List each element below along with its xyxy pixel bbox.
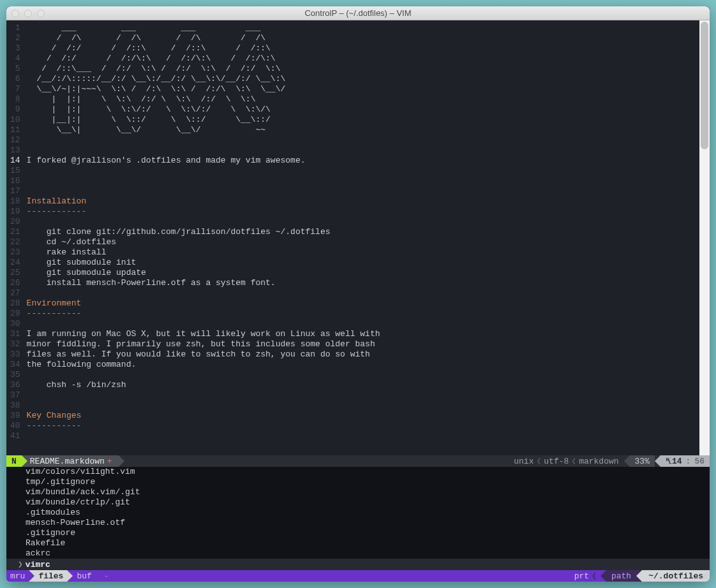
buffer-line[interactable]: git clone git://github.com/jrallison/dot… <box>27 227 380 237</box>
line-number: 13 <box>10 145 20 156</box>
resize-corner-icon[interactable] <box>700 572 708 580</box>
filename-segment: README.markdown + <box>27 455 119 467</box>
buffer-line[interactable]: git submodule update <box>27 268 380 278</box>
buffer-line[interactable] <box>27 176 380 186</box>
ctrlp-result-selected[interactable]: ❯ vimrc <box>6 559 710 570</box>
line-number: 9 <box>10 105 20 115</box>
buffer-line[interactable]: | |:| \ \:\/:/ \ \:\/:/ \ \:\/\ <box>27 105 380 115</box>
chevron-right-icon <box>96 570 101 582</box>
line-number: 4 <box>10 54 20 64</box>
buffer-line[interactable]: Key Changes <box>27 411 380 421</box>
line-number: 41 <box>10 431 20 441</box>
buffer-line[interactable] <box>27 370 380 380</box>
line-number: 5 <box>10 64 20 74</box>
line-number: 15 <box>10 166 20 176</box>
line-number: 39 <box>10 411 20 421</box>
buffer-line[interactable]: ___ ___ ___ ___ <box>27 23 380 33</box>
chevron-right-icon <box>22 455 27 467</box>
buffer-line[interactable]: \__\| \__\/ \__\/ ~~ <box>27 125 380 135</box>
modified-indicator: + <box>107 457 112 466</box>
percent-segment: 33% <box>630 455 655 467</box>
buffer-line[interactable]: files as well. If you would like to swit… <box>27 349 380 360</box>
vim-window: ControlP – (~/.dotfiles) – VIM 123456789… <box>6 6 710 582</box>
lineno-icon: ␤ <box>666 457 672 466</box>
buffer-line[interactable] <box>27 145 380 156</box>
buffer-line[interactable]: install mensch-Powerline.otf as a system… <box>27 278 380 288</box>
buffer-line[interactable] <box>27 217 380 227</box>
buffer-line[interactable]: / /\ / /\ / /\ / /\ <box>27 33 380 43</box>
ctrlp-result[interactable]: tmp/.gitignore <box>6 477 710 487</box>
line-number: 14 <box>672 457 682 466</box>
buffer-line[interactable]: ----------- <box>27 421 380 431</box>
scrollbar-thumb[interactable] <box>701 22 708 149</box>
line-number: 19 <box>10 207 20 217</box>
chevron-right-icon <box>67 570 73 582</box>
line-number: 22 <box>10 237 20 247</box>
ctrlp-result[interactable]: .gitmodules <box>6 508 710 518</box>
ctrlp-files-mode[interactable]: files <box>34 570 67 582</box>
buffer-line[interactable]: / /:/ / /:/\:\ / /:/\:\ / /:/\:\ <box>27 54 380 64</box>
ctrlp-result[interactable]: mensch-Powerline.otf <box>6 518 710 528</box>
buffer-line[interactable] <box>27 166 380 176</box>
line-number: 38 <box>10 401 20 411</box>
buffer-line[interactable]: the following command. <box>27 360 380 370</box>
chevron-left-icon: ❮ <box>571 456 576 466</box>
titlebar[interactable]: ControlP – (~/.dotfiles) – VIM <box>6 6 710 20</box>
ctrlp-statusline: mru files buf - prt ❮ path ~/.dotfiles <box>6 570 710 582</box>
buffer-line[interactable] <box>27 431 380 441</box>
buffer-line[interactable]: chsh -s /bin/zsh <box>27 380 380 390</box>
ctrlp-result[interactable]: Rakefile <box>6 538 710 548</box>
ctrlp-mru-mode[interactable]: mru <box>6 570 29 582</box>
buffer-line[interactable]: Installation <box>27 196 380 207</box>
buffer-line[interactable]: I am running on Mac OS X, but it will li… <box>27 329 380 339</box>
line-number: 6 <box>10 74 20 84</box>
chevron-right-icon <box>29 570 34 582</box>
ctrlp-panel: vim/colors/vilight.vimtmp/.gitignorevim/… <box>6 467 710 570</box>
line-gutter: 1234567891011121314151617181920212223242… <box>6 20 23 455</box>
line-number: 14 <box>10 156 20 166</box>
filetype: markdown <box>579 457 618 466</box>
buffer-line[interactable] <box>27 401 380 411</box>
buffer-line[interactable]: |__|:| \ \::/ \ \::/ \__\::/ <box>27 115 380 125</box>
line-number: 3 <box>10 43 20 54</box>
buffer-line[interactable]: ------------ <box>27 207 380 217</box>
chevron-left-icon: ❮ <box>592 571 597 581</box>
buffer-line[interactable] <box>27 319 380 329</box>
line-number: 20 <box>10 217 20 227</box>
editor[interactable]: 1234567891011121314151617181920212223242… <box>6 20 699 455</box>
buffer-line[interactable]: / /::\___ / /:/ \:\ / /:/ \:\ / /:/ \:\ <box>27 64 380 74</box>
line-number: 17 <box>10 186 20 196</box>
ctrlp-result[interactable]: vim/bundle/ack.vim/.git <box>6 487 710 497</box>
buffer-line[interactable]: rake install <box>27 247 380 258</box>
ctrlp-result[interactable]: vim/bundle/ctrlp/.git <box>6 497 710 508</box>
window-title: ControlP – (~/.dotfiles) – VIM <box>6 8 710 18</box>
buffer-line[interactable]: / /:/ / /::\ / /::\ / /::\ <box>27 43 380 54</box>
buffer-line[interactable]: cd ~/.dotfiles <box>27 237 380 247</box>
buffer-line[interactable]: /__/:/\:::::/__/:/ \__\:/__/:/ \__\:\/__… <box>27 74 380 84</box>
ctrlp-buf-mode[interactable]: buf <box>73 570 95 582</box>
buffer-line[interactable]: | |:| \ \:\ /:/ \ \:\ /:/ \ \:\ <box>27 94 380 105</box>
ctrlp-result[interactable]: vim/colors/vilight.vim <box>6 467 710 477</box>
line-number: 40 <box>10 421 20 431</box>
fileinfo-segment: unix ❮ utf-8 ❮ markdown <box>509 456 623 466</box>
ctrlp-result[interactable]: ackrc <box>6 548 710 559</box>
buffer-line[interactable]: \__\/~|:|~~~\ \:\ / /:\ \:\ / /:/\ \:\ \… <box>27 84 380 94</box>
buffer-line[interactable]: minor fiddling. I primarily use zsh, but… <box>27 339 380 349</box>
line-number: 29 <box>10 309 20 319</box>
buffer-line[interactable] <box>27 288 380 298</box>
buffer-line[interactable]: git submodule init <box>27 258 380 268</box>
chevron-left-icon <box>600 570 606 582</box>
ctrlp-result[interactable]: .gitignore <box>6 528 710 538</box>
buffer-line[interactable] <box>27 390 380 401</box>
encoding: utf-8 <box>544 457 569 466</box>
buffer-line[interactable] <box>27 135 380 145</box>
line-number: 24 <box>10 258 20 268</box>
buffer-line[interactable]: Environment <box>27 298 380 309</box>
buffer-line[interactable] <box>27 186 380 196</box>
buffer-line[interactable]: ----------- <box>27 309 380 319</box>
line-number: 37 <box>10 390 20 401</box>
scrollbar[interactable] <box>699 20 710 455</box>
buffer-content[interactable]: ___ ___ ___ ___ / /\ / /\ / /\ / /\ / /:… <box>23 20 380 455</box>
statusline: N README.markdown + unix ❮ utf-8 ❮ markd… <box>6 455 710 467</box>
buffer-line[interactable]: I forked @jrallison's .dotfiles and made… <box>27 156 380 166</box>
